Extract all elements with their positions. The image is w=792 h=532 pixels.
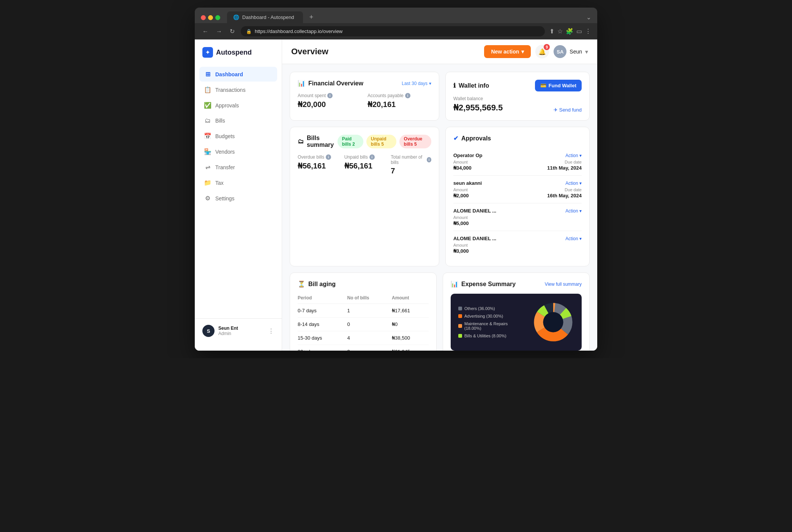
expense-icon: 📊 — [451, 280, 458, 288]
sidebar-item-approvals[interactable]: ✅ Approvals — [199, 98, 277, 113]
reload-button[interactable]: ↻ — [228, 26, 236, 36]
sidebar-item-bills[interactable]: 🗂 Bills — [199, 113, 277, 128]
sidebar-item-transactions[interactable]: 📋 Transactions — [199, 82, 277, 97]
approval-name: seun akanni — [453, 180, 482, 186]
approval-action-link[interactable]: Action ▾ — [565, 236, 582, 241]
approvals-icon: ✅ — [204, 102, 211, 109]
sidebar-item-tax[interactable]: 📁 Tax — [199, 175, 277, 190]
sidebar-item-label: Approvals — [215, 102, 239, 109]
logo-icon: ✦ — [202, 47, 213, 58]
accounts-payable-value: ₦20,161 — [368, 100, 431, 109]
nav-items: ⊞ Dashboard 📋 Transactions ✅ Approvals 🗂… — [195, 67, 282, 318]
wallet-title: Wallet info — [459, 82, 489, 89]
approval-action-link[interactable]: Action ▾ — [565, 153, 582, 158]
financial-overview-title: Financial Overview — [308, 80, 363, 87]
back-button[interactable]: ← — [201, 27, 210, 36]
unpaid-info-icon: i — [369, 154, 375, 160]
sidebar-item-settings[interactable]: ⚙ Settings — [199, 191, 277, 206]
expense-legend: Others (36.00%) Advertising (30.00%) Mai… — [458, 306, 525, 338]
approval-due-value: 11th May, 2024 — [547, 165, 582, 171]
table-row: 8-14 days 0 ₦0 — [298, 318, 429, 331]
sidebar-item-budgets[interactable]: 📅 Budgets — [199, 129, 277, 143]
aging-table: Period No of bills Amount 0-7 days 1 ₦17… — [298, 292, 429, 351]
sidebar-user-menu[interactable]: ⋮ — [268, 327, 274, 335]
chevron-down-icon: ▾ — [521, 49, 524, 55]
main-header: Overview New action ▾ 🔔 9 SA Seun — [282, 39, 597, 64]
sidebar-toggle-icon[interactable]: ▭ — [576, 28, 582, 35]
count-cell: 1 — [347, 304, 392, 318]
approval-name: Operator Op — [453, 153, 483, 158]
fund-wallet-button[interactable]: 💳 Fund Wallet — [535, 80, 582, 91]
approval-due-value: 16th May, 2024 — [547, 193, 582, 198]
approvals-title-text: Approvals — [461, 135, 491, 142]
legend-dot — [458, 307, 462, 310]
approval-action-link[interactable]: Action ▾ — [565, 181, 582, 186]
budgets-icon: 📅 — [204, 132, 211, 140]
page-title: Overview — [291, 47, 328, 57]
new-action-button[interactable]: New action ▾ — [484, 45, 531, 58]
legend-item: Advertising (30.00%) — [458, 314, 525, 318]
approval-item: ALOME DANIEL ... Action ▾ Amount ₦3,000 — [453, 231, 582, 258]
legend-dot — [458, 334, 462, 338]
notification-badge: 9 — [544, 44, 550, 50]
legend-label: Others (36.00%) — [464, 306, 495, 311]
sidebar-footer: S Seun Ent Admin ⋮ — [195, 318, 282, 343]
sidebar-item-dashboard[interactable]: ⊞ Dashboard — [199, 67, 277, 82]
approval-amount-value: ₦34,000 — [453, 165, 472, 171]
new-tab-button[interactable]: + — [306, 12, 317, 22]
sidebar-item-transfer[interactable]: ⇌ Transfer — [199, 160, 277, 175]
sidebar-item-vendors[interactable]: 🏪 Vendors — [199, 144, 277, 159]
period-cell: 30+ days — [298, 345, 347, 351]
bills-summary-title: Bills summary — [307, 135, 338, 148]
notification-button[interactable]: 🔔 9 — [535, 45, 549, 58]
period-cell: 0-7 days — [298, 304, 347, 318]
url-text[interactable]: https://dashboard.collectapp.io/overview — [255, 28, 540, 34]
accounts-payable-info-icon: i — [405, 93, 410, 98]
approval-amount-value: ₦5,000 — [453, 220, 469, 226]
tax-icon: 📁 — [204, 179, 211, 186]
bills-icon: 🗂 — [204, 117, 211, 124]
extensions-icon[interactable]: 🧩 — [566, 28, 573, 35]
sidebar-avatar: S — [202, 325, 215, 337]
approval-item: Operator Op Action ▾ Amount Due date ₦34… — [453, 148, 582, 176]
sidebar-item-label: Vendors — [215, 149, 235, 155]
col-amount: Amount — [392, 292, 429, 304]
minimize-button[interactable] — [208, 15, 213, 20]
approval-due-label: Due date — [565, 187, 582, 192]
tab-favicon: 🌐 — [233, 14, 239, 20]
send-fund-link[interactable]: ✈ Send fund — [554, 107, 582, 113]
header-avatar: SA — [554, 45, 566, 58]
amount-spent-label: Amount spent — [298, 93, 326, 98]
expense-summary-card: 📊 Expense Summary View full summary Othe… — [443, 272, 590, 351]
fund-wallet-label: Fund Wallet — [549, 83, 576, 88]
legend-item: Maintenance & Repairs (18.00%) — [458, 321, 525, 331]
view-full-summary-link[interactable]: View full summary — [545, 282, 582, 287]
col-count: No of bills — [347, 292, 392, 304]
bill-aging-icon: ⏳ — [298, 280, 305, 288]
approval-name: ALOME DANIEL ... — [453, 236, 496, 241]
count-cell: 4 — [347, 331, 392, 345]
period-selector[interactable]: Last 30 days ▾ — [402, 81, 431, 86]
approval-item: seun akanni Action ▾ Amount Due date ₦2,… — [453, 176, 582, 203]
paid-bills-tag: Paid bills 2 — [338, 135, 363, 148]
forward-button[interactable]: → — [215, 27, 224, 36]
main-content: Overview New action ▾ 🔔 9 SA Seun — [282, 39, 597, 351]
legend-dot — [458, 324, 462, 328]
wallet-balance-label: Wallet balance — [453, 96, 503, 101]
close-button[interactable] — [201, 15, 206, 20]
sidebar-item-label: Transfer — [215, 164, 235, 170]
menu-icon[interactable]: ⋮ — [585, 28, 591, 35]
period-chevron-icon: ▾ — [429, 81, 431, 86]
bills-summary-icon: 🗂 — [298, 138, 304, 145]
expense-donut-chart — [532, 301, 574, 343]
approval-due-label: Due date — [565, 160, 582, 164]
maximize-button[interactable] — [215, 15, 220, 20]
bookmark-icon[interactable]: ☆ — [557, 28, 563, 35]
browser-tab[interactable]: 🌐 Dashboard - Autospend — [227, 11, 303, 23]
share-icon[interactable]: ⬆ — [549, 28, 554, 35]
approval-amount-label: Amount — [453, 187, 468, 192]
user-menu-button[interactable]: SA Seun ▾ — [554, 45, 588, 58]
approval-action-link[interactable]: Action ▾ — [565, 208, 582, 214]
legend-dot — [458, 314, 462, 318]
user-chevron-icon: ▾ — [585, 48, 588, 55]
